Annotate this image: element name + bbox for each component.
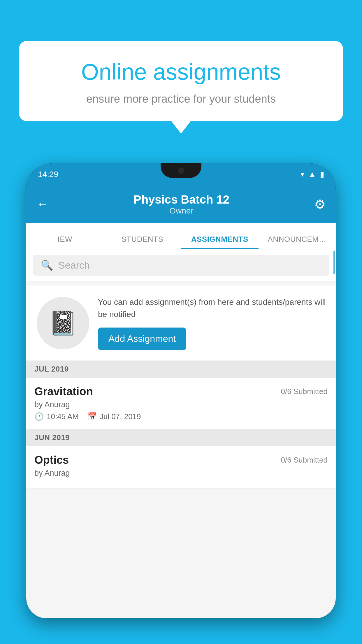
tab-iew[interactable]: IEW: [26, 235, 104, 249]
clock-icon: 🕐: [34, 412, 44, 421]
signal-icon: ▲: [308, 170, 316, 179]
back-button[interactable]: ←: [36, 197, 49, 211]
screen-content: 🔍 Search 📓 You can add assignment(s) fro…: [26, 249, 336, 618]
phone-frame: 14:29 ▾ ▲ ▮ ← Physics Batch 12 Owner ⚙: [26, 163, 336, 618]
scroll-indicator: [333, 251, 335, 274]
tab-announcements[interactable]: ANNOUNCEM…: [259, 235, 336, 249]
assignment-meta: 🕐 10:45 AM 📅 Jul 07, 2019: [34, 412, 328, 421]
notch: [161, 163, 201, 178]
search-placeholder: Search: [58, 260, 90, 271]
time-value: 10:45 AM: [47, 412, 79, 421]
status-icons: ▾ ▲ ▮: [301, 170, 324, 179]
wifi-icon: ▾: [301, 170, 304, 179]
promo-section: Online assignments ensure more practice …: [19, 41, 343, 121]
search-bar[interactable]: 🔍 Search: [33, 255, 329, 276]
tab-bar: IEW STUDENTS ASSIGNMENTS ANNOUNCEM…: [26, 223, 336, 249]
search-icon: 🔍: [41, 259, 53, 271]
settings-icon[interactable]: ⚙: [314, 197, 326, 212]
assignment-name-optics: Optics: [34, 454, 69, 466]
battery-icon: ▮: [320, 170, 324, 179]
assignment-top-row-optics: Optics 0/6 Submitted: [34, 454, 328, 466]
assignment-by-optics: by Anurag: [34, 469, 328, 478]
assignment-item-gravitation[interactable]: Gravitation 0/6 Submitted by Anurag 🕐 10…: [26, 378, 336, 429]
assignment-name: Gravitation: [34, 385, 93, 398]
tab-students[interactable]: STUDENTS: [104, 235, 181, 249]
header-subtitle: Owner: [133, 206, 229, 216]
tab-assignments[interactable]: ASSIGNMENTS: [181, 235, 259, 249]
submitted-badge: 0/6 Submitted: [281, 387, 328, 396]
date-value: Jul 07, 2019: [100, 412, 141, 421]
header-center: Physics Batch 12 Owner: [133, 193, 229, 216]
promo-text-area: You can add assignment(s) from here and …: [98, 296, 327, 350]
assignment-date: 📅 Jul 07, 2019: [87, 412, 141, 421]
promo-description: You can add assignment(s) from here and …: [98, 296, 327, 321]
camera: [178, 167, 184, 174]
calendar-icon: 📅: [87, 412, 97, 421]
phone-container: 14:29 ▾ ▲ ▮ ← Physics Batch 12 Owner ⚙: [26, 163, 336, 644]
assignment-top-row: Gravitation 0/6 Submitted: [34, 385, 328, 398]
assignment-by: by Anurag: [34, 400, 328, 409]
submitted-badge-optics: 0/6 Submitted: [281, 456, 328, 465]
promo-title: Online assignments: [39, 58, 323, 86]
status-time: 14:29: [38, 170, 58, 179]
promo-subtitle: ensure more practice for your students: [39, 93, 323, 105]
header-title: Physics Batch 12: [133, 193, 229, 206]
phone-screen: 14:29 ▾ ▲ ▮ ← Physics Batch 12 Owner ⚙: [26, 163, 336, 618]
assignment-promo: 📓 You can add assignment(s) from here an…: [26, 286, 336, 360]
promo-icon-circle: 📓: [37, 297, 89, 349]
section-header-jul: JUL 2019: [26, 360, 336, 378]
assignment-time: 🕐 10:45 AM: [34, 412, 79, 421]
section-header-jun: JUN 2019: [26, 429, 336, 446]
add-assignment-button[interactable]: Add Assignment: [98, 328, 186, 350]
search-container: 🔍 Search: [26, 249, 336, 281]
notebook-icon: 📓: [48, 309, 78, 337]
assignment-item-optics[interactable]: Optics 0/6 Submitted by Anurag: [26, 446, 336, 489]
speech-bubble: Online assignments ensure more practice …: [19, 41, 343, 121]
app-header: ← Physics Batch 12 Owner ⚙: [26, 185, 336, 223]
